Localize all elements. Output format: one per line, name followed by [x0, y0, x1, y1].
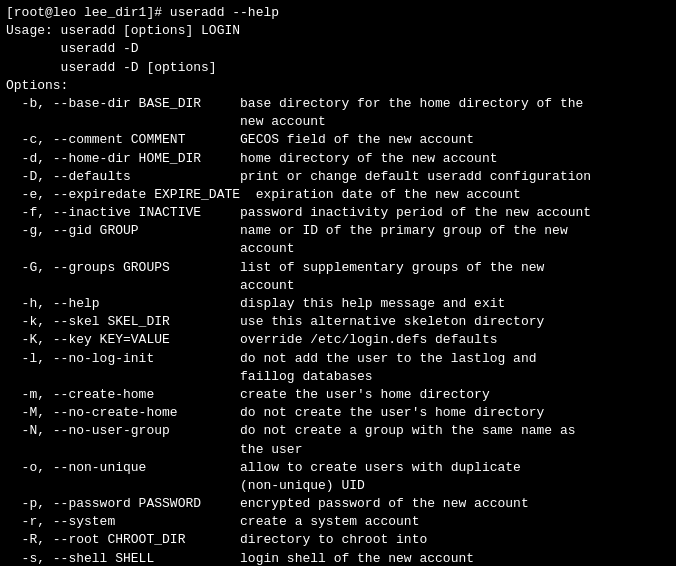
terminal-line: faillog databases — [6, 368, 670, 386]
terminal-line: account — [6, 240, 670, 258]
terminal-line: -N, --no-user-group do not create a grou… — [6, 422, 670, 440]
terminal-line: the user — [6, 441, 670, 459]
terminal-line: Usage: useradd [options] LOGIN — [6, 22, 670, 40]
terminal-line: -d, --home-dir HOME_DIR home directory o… — [6, 150, 670, 168]
terminal-line: -K, --key KEY=VALUE override /etc/login.… — [6, 331, 670, 349]
terminal-line: -l, --no-log-init do not add the user to… — [6, 350, 670, 368]
terminal-line: useradd -D — [6, 40, 670, 58]
terminal-line: (non-unique) UID — [6, 477, 670, 495]
terminal-line: -p, --password PASSWORD encrypted passwo… — [6, 495, 670, 513]
terminal-line: -g, --gid GROUP name or ID of the primar… — [6, 222, 670, 240]
terminal-output: Usage: useradd [options] LOGIN useradd -… — [6, 22, 670, 566]
terminal-line: new account — [6, 113, 670, 131]
terminal-line: -G, --groups GROUPS list of supplementar… — [6, 259, 670, 277]
terminal-line: useradd -D [options] — [6, 59, 670, 77]
terminal-line: -M, --no-create-home do not create the u… — [6, 404, 670, 422]
terminal-line: Options: — [6, 77, 670, 95]
terminal-line: -e, --expiredate EXPIRE_DATE expiration … — [6, 186, 670, 204]
terminal-line: -r, --system create a system account — [6, 513, 670, 531]
terminal-line: -s, --shell SHELL login shell of the new… — [6, 550, 670, 566]
terminal-line: account — [6, 277, 670, 295]
terminal-line: -D, --defaults print or change default u… — [6, 168, 670, 186]
terminal-line: -k, --skel SKEL_DIR use this alternative… — [6, 313, 670, 331]
prompt-line: [root@leo lee_dir1]# useradd --help — [6, 4, 670, 22]
terminal-line: -c, --comment COMMENT GECOS field of the… — [6, 131, 670, 149]
terminal-line: -h, --help display this help message and… — [6, 295, 670, 313]
terminal-line: -m, --create-home create the user's home… — [6, 386, 670, 404]
terminal-line: -b, --base-dir BASE_DIR base directory f… — [6, 95, 670, 113]
terminal-line: -R, --root CHROOT_DIR directory to chroo… — [6, 531, 670, 549]
terminal-line: -f, --inactive INACTIVE password inactiv… — [6, 204, 670, 222]
terminal-window: [root@leo lee_dir1]# useradd --help Usag… — [6, 4, 670, 566]
terminal-line: -o, --non-unique allow to create users w… — [6, 459, 670, 477]
